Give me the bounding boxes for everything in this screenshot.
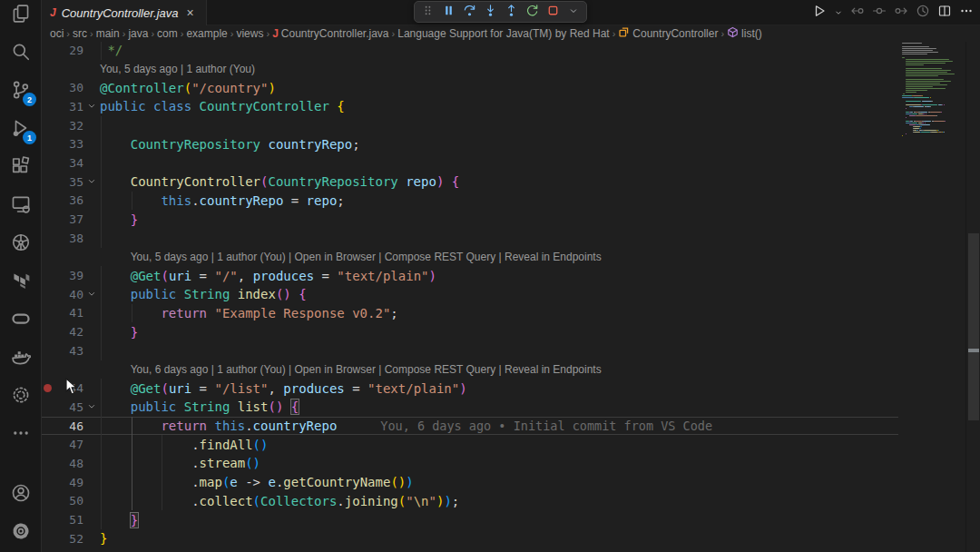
timeline-button[interactable]: [913, 3, 933, 23]
line-number[interactable]: 32: [60, 119, 83, 133]
breadcrumb-item[interactable]: list(): [727, 26, 762, 41]
sidebar-item-docker[interactable]: [0, 340, 42, 378]
sidebar-item-settings[interactable]: [0, 514, 42, 552]
breakpoint-gutter[interactable]: [42, 285, 60, 304]
codelens-links[interactable]: You, 6 days ago | 1 author (You) | Open …: [131, 363, 602, 376]
breakpoint-gutter[interactable]: [42, 192, 60, 211]
line-number[interactable]: 52: [60, 532, 83, 546]
code-text[interactable]: .stream(): [100, 456, 898, 470]
line-number[interactable]: 37: [60, 212, 83, 226]
sidebar-item-search[interactable]: [0, 34, 42, 73]
line-number[interactable]: 31: [60, 100, 83, 113]
sidebar-item-source-control[interactable]: 2: [0, 73, 42, 111]
fold-chevron-icon[interactable]: [83, 289, 100, 300]
code-text[interactable]: return "Example Response v0.2";: [100, 306, 898, 320]
sidebar-item-run-debug[interactable]: 1: [0, 111, 42, 149]
breadcrumb-item[interactable]: java: [128, 27, 148, 40]
fold-chevron-icon[interactable]: [83, 176, 100, 187]
code-text[interactable]: }: [100, 212, 898, 227]
sidebar-item-account[interactable]: [0, 476, 42, 514]
breakpoint-gutter[interactable]: [42, 78, 60, 97]
tab-countrycontroller[interactable]: J CountryController.java ×: [42, 0, 207, 25]
code-text[interactable]: CountryController(CountryRepository repo…: [100, 174, 898, 189]
breakpoint-gutter[interactable]: [42, 492, 60, 511]
breakpoint-gutter[interactable]: [42, 341, 60, 360]
line-number[interactable]: 45: [60, 400, 83, 414]
more-actions-button[interactable]: [956, 3, 976, 23]
breakpoint-gutter[interactable]: [42, 172, 60, 192]
commit-button[interactable]: [869, 3, 889, 23]
breakpoint-gutter[interactable]: [42, 379, 60, 398]
line-number[interactable]: 38: [60, 232, 83, 245]
code-text[interactable]: @Get(uri = "/", produces = "text/plain"): [100, 269, 898, 283]
debug-step-into-button[interactable]: [481, 3, 499, 21]
breakpoint-gutter[interactable]: [42, 398, 60, 417]
line-number[interactable]: 48: [60, 457, 83, 470]
run-button[interactable]: [809, 3, 829, 23]
code-text[interactable]: @Get(uri = "/list", produces = "text/pla…: [100, 381, 898, 396]
code-text[interactable]: return this.countryRepoYou, 6 days ago •…: [100, 419, 898, 433]
code-text[interactable]: }: [100, 531, 898, 546]
sidebar-item-more[interactable]: [0, 416, 42, 454]
sidebar-item-terraform[interactable]: [0, 263, 42, 301]
line-number[interactable]: 40: [60, 288, 83, 301]
fold-chevron-icon[interactable]: [83, 101, 100, 112]
split-editor-button[interactable]: [935, 3, 955, 23]
breakpoint-gutter[interactable]: [42, 417, 60, 436]
breakpoint-gutter[interactable]: [42, 97, 60, 116]
breakpoint-gutter[interactable]: [42, 548, 60, 552]
line-number[interactable]: 50: [60, 494, 83, 508]
line-number[interactable]: 47: [60, 438, 83, 451]
next-change-button[interactable]: [891, 3, 911, 23]
breadcrumb-item[interactable]: main: [96, 27, 120, 40]
breakpoint-gutter[interactable]: [42, 153, 60, 172]
breadcrumb-item[interactable]: Language Support for Java(TM) by Red Hat: [397, 27, 609, 40]
debug-pause-button[interactable]: [439, 3, 457, 21]
code-text[interactable]: public String index() {: [100, 287, 898, 301]
codelens-links[interactable]: You, 5 days ago | 1 author (You): [100, 63, 255, 75]
code-text[interactable]: public class CountryController {: [100, 99, 898, 113]
fold-chevron-icon[interactable]: [83, 401, 100, 412]
line-number[interactable]: 49: [60, 476, 83, 489]
line-number[interactable]: 33: [60, 137, 83, 151]
breakpoint-gutter[interactable]: [42, 266, 60, 285]
code-text[interactable]: .map(e -> e.getCountryName()): [100, 475, 898, 489]
breadcrumb-item[interactable]: JCountryController.java: [272, 27, 388, 40]
sidebar-item-oracle-cloud[interactable]: [0, 301, 42, 340]
sidebar-item-extensions[interactable]: [0, 149, 42, 187]
breakpoint-gutter[interactable]: [42, 435, 60, 454]
run-dropdown-button[interactable]: [831, 3, 846, 23]
breadcrumb-item[interactable]: com: [157, 27, 178, 40]
breadcrumb-item[interactable]: example: [186, 27, 227, 40]
line-number[interactable]: 36: [60, 193, 83, 207]
line-number[interactable]: 43: [60, 344, 83, 358]
line-number[interactable]: 41: [60, 306, 83, 320]
breadcrumb-item[interactable]: src: [73, 27, 87, 40]
breakpoint-gutter[interactable]: [42, 134, 60, 153]
breakpoint-gutter[interactable]: [42, 510, 60, 529]
breakpoint-gutter[interactable]: [42, 473, 60, 492]
codelens-links[interactable]: You, 5 days ago | 1 author (You) | Open …: [131, 251, 602, 263]
code-text[interactable]: public String list() {: [100, 399, 898, 414]
sidebar-item-kubernetes[interactable]: [0, 225, 42, 263]
breadcrumb-item[interactable]: CountryController: [618, 26, 718, 41]
breakpoint-gutter[interactable]: [42, 42, 60, 60]
breakpoint-gutter[interactable]: [42, 454, 60, 473]
line-number[interactable]: 34: [60, 156, 83, 170]
line-number[interactable]: 35: [60, 175, 83, 189]
previous-change-button[interactable]: [848, 3, 867, 23]
code-text[interactable]: .findAll(): [100, 438, 898, 452]
line-number[interactable]: 29: [60, 44, 83, 57]
overview-ruler-scrollbar[interactable]: [965, 42, 980, 552]
breakpoint-gutter[interactable]: [42, 304, 60, 323]
close-icon[interactable]: ×: [184, 5, 197, 20]
line-number[interactable]: 46: [60, 419, 83, 433]
code-text[interactable]: @Controller("/country"): [100, 81, 898, 95]
debug-step-out-button[interactable]: [502, 3, 520, 21]
line-number[interactable]: 51: [60, 513, 83, 527]
breadcrumb-item[interactable]: oci: [50, 27, 64, 40]
debug-chevron-down-button[interactable]: [564, 3, 583, 21]
line-number[interactable]: 42: [60, 325, 83, 339]
breakpoint-gutter[interactable]: [42, 116, 60, 135]
code-text[interactable]: }: [100, 513, 898, 527]
